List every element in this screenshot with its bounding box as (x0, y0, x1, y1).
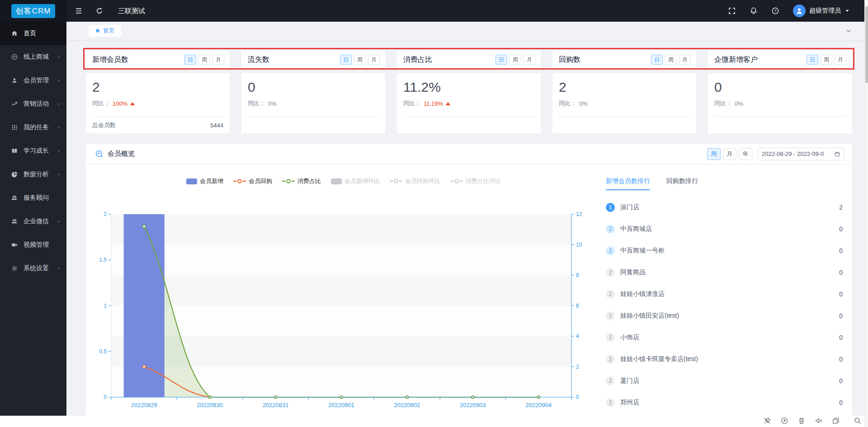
legend-item-会员回购环比[interactable]: 会员回购环比 (390, 177, 440, 185)
ranking-list: 1涂门店22中百商城店02中百商城一号柜02阿黄商品02娃娃小镇津淮店02娃娃小… (606, 197, 843, 413)
help-icon[interactable]: ? (771, 7, 779, 15)
tab-sanlian-test[interactable]: 三联测试 (118, 7, 145, 15)
store-name: 娃娃小镇卡琪屋专卖店(test) (620, 355, 839, 363)
chevron-down-icon (57, 149, 61, 153)
scrollbar-thumb[interactable] (865, 6, 868, 83)
legend-label: 会员回购 (249, 177, 272, 185)
ranking-tab-新增会员数排行[interactable]: 新增会员数排行 (606, 177, 650, 190)
sidebar-item-营销活动[interactable]: 营销活动 (0, 92, 66, 116)
period-btn-周[interactable]: 周 (198, 55, 210, 65)
overview-chart-icon (95, 150, 104, 159)
tagbar-collapse-icon[interactable] (845, 28, 852, 34)
app-logo[interactable]: 创客CRM (11, 4, 56, 18)
avatar[interactable] (793, 5, 806, 17)
period-btn-月[interactable]: 月 (524, 55, 535, 65)
vertical-scrollbar[interactable] (864, 0, 868, 427)
user-menu[interactable]: 超级管理员 (793, 5, 850, 17)
period-btn-日[interactable]: 日 (807, 55, 818, 65)
svg-text:0: 0 (576, 394, 579, 400)
ranking-row: 2娃娃小镇田安店(test)0 (606, 305, 843, 327)
magnifier-icon[interactable] (854, 417, 862, 425)
legend-bar-swatch (331, 178, 342, 184)
period-btn-日[interactable]: 日 (184, 55, 196, 65)
rank-value: 0 (839, 312, 843, 319)
sidebar-item-数据分析[interactable]: 数据分析 (0, 163, 66, 186)
rank-badge: 2 (606, 311, 615, 320)
stat-card-title: 企微新增客户 (714, 55, 807, 65)
ranking-panel: 新增会员数排行回购数排行 1涂门店22中百商城店02中百商城一号柜02阿黄商品0… (606, 177, 843, 413)
caret-down-icon (844, 8, 850, 14)
trash-icon[interactable] (797, 417, 806, 425)
yoy-label: 同比： (248, 99, 265, 108)
sidebar-item-label: 服务顾问 (24, 194, 61, 202)
period-btn-月[interactable]: 月 (835, 55, 846, 65)
legend-item-消费占比[interactable]: 消费占比 (282, 177, 321, 185)
member-overview-panel: 会员概览 周月年 2022-08-29 - 2022-09-0 会员新增会员回购… (86, 144, 852, 427)
period-btn-周[interactable]: 周 (821, 55, 832, 65)
stat-card-body-流失数: 0同比：0% (241, 73, 385, 133)
store-name: 小饰店 (620, 333, 839, 342)
sidebar-item-label: 线上商城 (24, 53, 57, 61)
refresh-icon[interactable] (95, 7, 104, 15)
legend-item-会员新增环比[interactable]: 会员新增环比 (331, 177, 380, 185)
sidebar-item-视频管理[interactable]: 视频管理 (0, 233, 66, 257)
logo-box: 创客CRM (0, 0, 66, 22)
period-btn-月[interactable]: 月 (679, 55, 691, 65)
chevron-down-icon (57, 125, 61, 130)
sidebar-item-系统设置[interactable]: 系统设置 (0, 257, 66, 280)
sidebar-item-我的任务[interactable]: 我的任务 (0, 116, 66, 139)
annotate-icon[interactable] (780, 417, 788, 425)
stat-card-title: 新增会员数 (92, 55, 184, 65)
period-btn-周[interactable]: 周 (665, 55, 677, 65)
legend-item-会员回购[interactable]: 会员回购 (233, 177, 272, 185)
legend-item-会员新增[interactable]: 会员新增 (186, 177, 223, 185)
period-btn-月[interactable]: 月 (212, 55, 224, 65)
range-btn-月[interactable]: 月 (723, 148, 736, 160)
range-btn-周[interactable]: 周 (707, 148, 721, 160)
sidebar-item-线上商城[interactable]: 线上商城 (0, 45, 66, 69)
period-btn-日[interactable]: 日 (495, 55, 507, 65)
period-btn-周[interactable]: 周 (354, 55, 366, 65)
sidebar-item-首页[interactable]: 首页 (0, 22, 66, 45)
speaker-icon[interactable] (815, 417, 823, 425)
marketing-icon (11, 100, 18, 108)
topbar-left (75, 7, 104, 15)
stat-card-title: 回购数 (559, 55, 651, 65)
period-btn-日[interactable]: 日 (651, 55, 663, 65)
sidebar-item-企业微信[interactable]: 企业微信 (0, 210, 66, 233)
pin-off-icon[interactable] (763, 417, 771, 425)
topbar: 创客CRM 三联测试 ? 超级管理员 (0, 0, 868, 22)
menu-fold-icon[interactable] (75, 7, 83, 15)
legend-item-消费占比环比[interactable]: 消费占比环比 (450, 177, 501, 185)
sidebar-item-服务顾问[interactable]: 服务顾问 (0, 186, 66, 210)
breadcrumb-home-label: 首页 (103, 27, 115, 35)
member-icon (11, 77, 18, 84)
stat-card-value: 11.2% (403, 80, 534, 95)
sidebar-item-label: 视频管理 (24, 241, 61, 249)
stat-card-footer (559, 117, 690, 133)
stat-card-body-新增会员数: 2同比：100%总会员数5444 (86, 73, 230, 133)
fullscreen-icon[interactable] (728, 7, 736, 15)
store-name: 阿黄商品 (620, 268, 839, 277)
stat-card-value: 2 (92, 80, 223, 95)
mall-icon (11, 53, 18, 61)
ranking-row: 2中百商城店0 (606, 218, 843, 240)
range-btn-group: 周月年 (707, 148, 752, 160)
breadcrumb-home-tag[interactable]: 首页 (89, 25, 121, 37)
tag-nav-bar: 首页 (66, 22, 864, 40)
svg-text:12: 12 (576, 211, 582, 217)
bell-icon[interactable] (750, 7, 758, 15)
date-range-input[interactable]: 2022-08-29 - 2022-09-0 (758, 148, 844, 160)
period-btn-周[interactable]: 周 (509, 55, 521, 65)
member-overview-chart: 00.511.520246810122022082920220830202208… (89, 188, 599, 416)
svg-text:20220901: 20220901 (328, 402, 354, 408)
ranking-tab-回购数排行[interactable]: 回购数排行 (666, 177, 698, 190)
windows-icon[interactable] (832, 417, 840, 425)
range-btn-年[interactable]: 年 (739, 148, 752, 160)
sidebar-item-学习成长[interactable]: 学习成长 (0, 139, 66, 163)
period-btn-月[interactable]: 月 (368, 55, 380, 65)
ranking-row: 2娃娃小镇津淮店0 (606, 283, 843, 305)
period-btn-日[interactable]: 日 (340, 55, 352, 65)
rank-badge: 2 (606, 355, 615, 364)
sidebar-item-会员管理[interactable]: 会员管理 (0, 69, 66, 92)
